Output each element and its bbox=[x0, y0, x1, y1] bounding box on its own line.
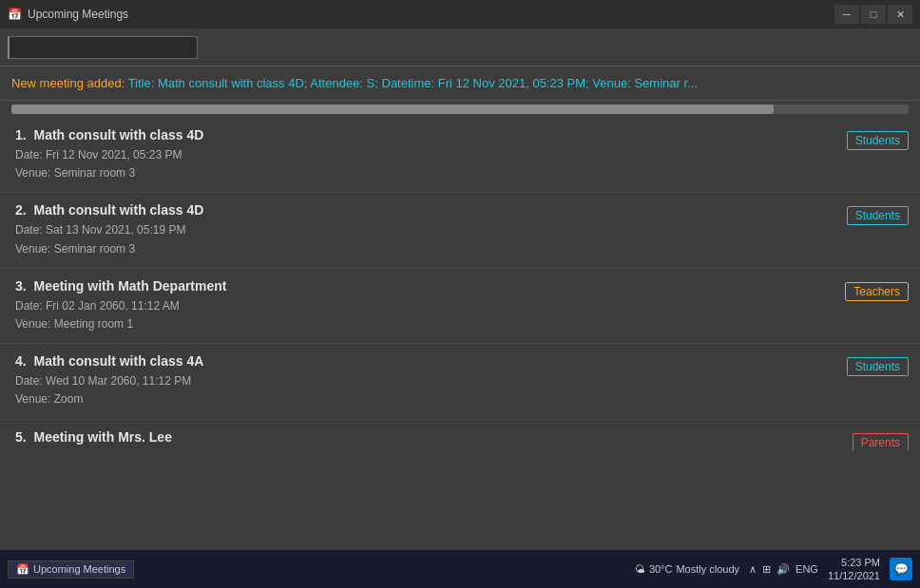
title-bar-controls: ─ □ ✕ bbox=[834, 5, 912, 24]
meeting-name: Math consult with class 4D bbox=[33, 202, 203, 218]
meeting-venue: Venue: Zoom bbox=[15, 390, 847, 408]
time-display: 5:23 PM 11/12/2021 bbox=[828, 556, 880, 583]
volume-icon[interactable]: 🔊 bbox=[776, 563, 790, 576]
meeting-venue: Venue: Seminar room 3 bbox=[15, 240, 847, 258]
weather-condition: Mostly cloudy bbox=[676, 563, 739, 575]
system-icons: ∧ ⊞ 🔊 ENG bbox=[749, 563, 818, 576]
clock-time: 5:23 PM bbox=[828, 556, 880, 569]
meeting-index: 1. bbox=[15, 127, 27, 142]
meeting-name: Meeting with Math Department bbox=[33, 278, 226, 294]
language-indicator: ENG bbox=[795, 563, 818, 575]
notification-bar: New meeting added: Title: Math consult w… bbox=[0, 66, 920, 101]
scrollbar-thumb[interactable] bbox=[11, 104, 774, 114]
meeting-index: 5. bbox=[15, 429, 27, 445]
chevron-up-icon[interactable]: ∧ bbox=[749, 563, 757, 576]
taskbar-left: 📅 Upcoming Meetings bbox=[8, 560, 134, 579]
title-bar: 📅 Upcoming Meetings ─ □ ✕ bbox=[0, 0, 920, 28]
attendee-badge-teachers[interactable]: Teachers bbox=[845, 282, 909, 301]
chat-icon: 💬 bbox=[894, 562, 909, 576]
clock-date: 11/12/2021 bbox=[828, 569, 880, 582]
taskbar-app-button[interactable]: 📅 Upcoming Meetings bbox=[8, 560, 134, 579]
taskbar: 📅 Upcoming Meetings 🌤 30°C Mostly cloudy… bbox=[0, 550, 920, 588]
meeting-venue: Venue: Seminar room 3 bbox=[15, 164, 847, 182]
notification-text: Title: Math consult with class 4D; Atten… bbox=[125, 76, 698, 90]
meeting-name: Math consult with class 4A bbox=[33, 353, 203, 369]
meeting-index: 3. bbox=[15, 278, 27, 294]
meeting-title: 3. Meeting with Math Department bbox=[15, 278, 845, 294]
weather-info: 🌤 30°C Mostly cloudy bbox=[635, 563, 739, 575]
meeting-item: 2. Math consult with class 4D Date: Sat … bbox=[0, 193, 920, 268]
attendee-badge-students[interactable]: Students bbox=[847, 206, 909, 225]
meeting-name: Meeting with Mrs. Lee bbox=[33, 429, 171, 445]
close-button[interactable]: ✕ bbox=[888, 5, 912, 24]
taskbar-app-icon: 📅 bbox=[16, 563, 29, 576]
meeting-content: 4. Math consult with class 4A Date: Wed … bbox=[15, 353, 847, 408]
minimize-button[interactable]: ─ bbox=[834, 5, 859, 24]
meeting-name: Math consult with class 4D bbox=[33, 127, 203, 142]
meeting-date: Date: Fri 12 Nov 2021, 05:23 PM bbox=[15, 146, 847, 164]
window-title: Upcoming Meetings bbox=[28, 8, 128, 21]
attendee-badge-students[interactable]: Students bbox=[847, 131, 909, 150]
meeting-venue: Venue: Meeting room 1 bbox=[15, 315, 845, 333]
meeting-item: 3. Meeting with Math Department Date: Fr… bbox=[0, 269, 920, 344]
meeting-content: 3. Meeting with Math Department Date: Fr… bbox=[15, 278, 845, 333]
meeting-item: 1. Math consult with class 4D Date: Fri … bbox=[0, 118, 920, 193]
attendee-badge-parents[interactable]: Parents bbox=[853, 433, 909, 450]
horizontal-scrollbar[interactable] bbox=[11, 104, 909, 114]
toolbar bbox=[0, 28, 920, 66]
taskbar-app-label: Upcoming Meetings bbox=[33, 563, 125, 575]
meeting-date: Date: Fri 02 Jan 2060, 11:12 AM bbox=[15, 297, 845, 315]
title-bar-left: 📅 Upcoming Meetings bbox=[8, 8, 128, 21]
chat-icon-button[interactable]: 💬 bbox=[890, 558, 912, 580]
taskbar-right: 🌤 30°C Mostly cloudy ∧ ⊞ 🔊 ENG 5:23 PM 1… bbox=[635, 556, 912, 583]
meeting-title: 2. Math consult with class 4D bbox=[15, 202, 847, 218]
meeting-date: Date: Wed 10 Mar 2060, 11:12 PM bbox=[15, 372, 847, 390]
meeting-title: 5. Meeting with Mrs. Lee bbox=[15, 429, 853, 445]
meeting-item-partial: 5. Meeting with Mrs. Lee Parents bbox=[0, 420, 920, 450]
window-icon: 📅 bbox=[8, 8, 22, 21]
notification-label: New meeting added: bbox=[11, 76, 125, 90]
meeting-date: Date: Sat 13 Nov 2021, 05:19 PM bbox=[15, 221, 847, 239]
meeting-index: 4. bbox=[15, 353, 27, 369]
attendee-badge-students[interactable]: Students bbox=[847, 357, 909, 376]
meeting-content: 1. Math consult with class 4D Date: Fri … bbox=[15, 127, 847, 182]
meeting-content: 5. Meeting with Mrs. Lee bbox=[15, 429, 853, 448]
meeting-index: 2. bbox=[15, 202, 27, 218]
temperature: 30°C bbox=[649, 563, 673, 575]
meeting-title: 4. Math consult with class 4A bbox=[15, 353, 847, 369]
meeting-content: 2. Math consult with class 4D Date: Sat … bbox=[15, 202, 847, 257]
toolbar-input[interactable] bbox=[8, 36, 198, 59]
meeting-list: 1. Math consult with class 4D Date: Fri … bbox=[0, 118, 920, 550]
weather-icon: 🌤 bbox=[635, 563, 645, 575]
meeting-item: 4. Math consult with class 4A Date: Wed … bbox=[0, 344, 920, 419]
monitor-icon[interactable]: ⊞ bbox=[762, 563, 771, 576]
maximize-button[interactable]: □ bbox=[861, 5, 886, 24]
meeting-title: 1. Math consult with class 4D bbox=[15, 127, 847, 142]
